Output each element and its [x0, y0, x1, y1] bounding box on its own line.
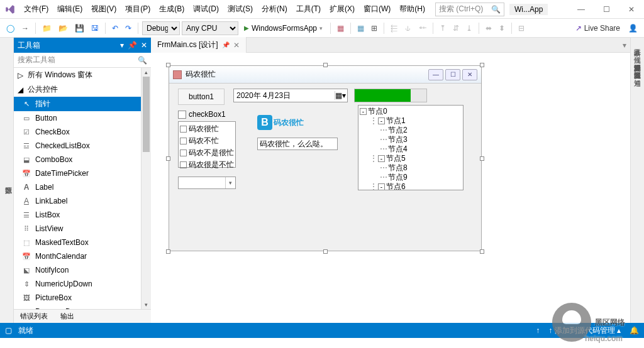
menu-project[interactable]: 项目(P) — [121, 1, 154, 17]
align-left-icon[interactable]: ⬱ — [388, 23, 400, 34]
feedback-icon[interactable]: 👤 — [626, 23, 640, 34]
toolstrip-icon[interactable]: ▦ — [335, 23, 347, 34]
menu-edit[interactable]: 编辑(E) — [53, 1, 86, 17]
treeview-control[interactable]: -节点0 ⋮-节点1 ⋯节点2 ⋯节点3 ⋯节点4 ⋮-节点5 ⋯节点8 ⋯节点… — [358, 105, 464, 190]
button1-control[interactable]: button1 — [178, 89, 225, 105]
tab-order-icon[interactable]: ⊟ — [516, 23, 527, 34]
menu-analyze[interactable]: 分析(N) — [258, 1, 291, 17]
redo-icon[interactable]: ↷ — [123, 23, 134, 34]
menu-file[interactable]: 文件(F) — [20, 1, 52, 17]
progressbar-control[interactable] — [354, 89, 427, 102]
toolbox-search[interactable]: 搜索工具箱 🔍 — [14, 53, 151, 68]
save-icon[interactable]: 💾 — [72, 23, 87, 34]
menu-help[interactable]: 帮助(H) — [396, 1, 429, 17]
close-button[interactable]: ✕ — [619, 0, 644, 19]
toolbox-item-button[interactable]: ▭Button — [14, 111, 151, 125]
menu-debug[interactable]: 调试(D) — [189, 1, 223, 17]
toolbox-item-progressbar[interactable]: ▬ProgressBar — [14, 305, 151, 309]
config-dropdown[interactable]: Debug — [142, 21, 180, 35]
toolbox-item-label[interactable]: ALabel — [14, 180, 151, 194]
toolbox-item-maskedtextbox[interactable]: ⬚MaskedTextBox — [14, 236, 151, 249]
notifications-tab[interactable]: 通知 — [631, 70, 644, 78]
pin-tab-icon[interactable]: 📌 — [222, 41, 230, 48]
align-right-icon[interactable]: ⬴ — [416, 23, 429, 34]
tab-error-list[interactable]: 错误列表 — [14, 310, 54, 323]
chevron-down-icon: ▾ — [225, 177, 235, 188]
menu-window[interactable]: 窗口(W) — [360, 1, 394, 17]
toolbox-cat-common[interactable]: ◢公共控件 — [14, 82, 151, 97]
toolbox-item-checkedlistbox[interactable]: ☲CheckedListBox — [14, 139, 151, 153]
menu-view[interactable]: 视图(V) — [87, 1, 120, 17]
textbox-control[interactable]: 码农很忙，么么哒。 — [257, 138, 338, 150]
toolbox-item-monthcalendar[interactable]: 📅MonthCalendar — [14, 249, 151, 263]
button-icon: ▭ — [21, 113, 31, 123]
solution-explorer-tab[interactable]: 解决方案资源管理器 — [631, 55, 644, 63]
form-icon — [173, 70, 182, 79]
minimize-button[interactable]: — — [569, 0, 594, 19]
monthcalendar-icon: 📅 — [21, 251, 31, 261]
status-publish-icon[interactable]: ↑ — [536, 326, 540, 335]
toolbox-cat-allwinforms[interactable]: ▷所有 Windows 窗体 — [14, 68, 151, 82]
new-project-icon[interactable]: 📁 — [40, 23, 54, 34]
tab-output[interactable]: 输出 — [54, 310, 80, 323]
nav-fwd-icon[interactable]: → — [19, 23, 31, 34]
toolbox-item-listbox[interactable]: ☰ListBox — [14, 208, 151, 222]
hspace-icon[interactable]: ⬌ — [483, 23, 494, 34]
align-bottom-icon[interactable]: ⤓ — [464, 23, 475, 34]
pin-icon[interactable]: 📌 — [128, 41, 137, 50]
maximize-button[interactable]: ☐ — [594, 0, 619, 19]
designed-form[interactable]: 码农很忙 — ☐ ✕ button1 2020年 4月23日▦▾ — [169, 65, 482, 251]
open-icon[interactable]: 📂 — [56, 23, 70, 34]
platform-dropdown[interactable]: Any CPU — [182, 21, 238, 35]
toolbox-item-picturebox[interactable]: 🖼PictureBox — [14, 291, 151, 305]
toolbox-item-pointer[interactable]: ↖指针 — [14, 97, 151, 111]
calendar-dropdown-icon[interactable]: ▦▾ — [335, 91, 345, 100]
start-debug-button[interactable]: ▶ WindowsFormsApp ▾ — [240, 23, 326, 34]
grid-icon[interactable]: ▦ — [355, 23, 367, 34]
toolbox-panel: 工具箱 ▾ 📌 ✕ 搜索工具箱 🔍 ▷所有 Windows 窗体 ◢公共控件 ↖… — [14, 38, 151, 323]
toolbox-item-checkbox[interactable]: ☑CheckBox — [14, 125, 151, 139]
menu-bar: 文件(F) 编辑(E) 视图(V) 项目(P) 生成(B) 调试(D) 测试(S… — [20, 1, 429, 17]
datetimepicker-control[interactable]: 2020年 4月23日▦▾ — [233, 89, 348, 102]
menu-extensions[interactable]: 扩展(X) — [326, 1, 358, 17]
menu-build[interactable]: 生成(B) — [155, 1, 188, 17]
data-sources-tab[interactable]: 数据源 — [0, 38, 14, 323]
toolbox-item-combobox[interactable]: ⬓ComboBox — [14, 153, 151, 166]
quick-search[interactable]: 搜索 (Ctrl+Q) 🔍 — [435, 3, 504, 16]
align-center-icon[interactable]: ⫝ — [402, 23, 414, 34]
toolbox-item-numericupdown[interactable]: ⇕NumericUpDown — [14, 277, 151, 291]
toolbox-item-linklabel[interactable]: ALinkLabel — [14, 194, 151, 208]
undo-icon[interactable]: ↶ — [109, 23, 121, 34]
form-close-icon: ✕ — [462, 69, 477, 80]
panel-options-icon[interactable]: ▾ — [120, 41, 124, 50]
panel-close-icon[interactable]: ✕ — [141, 41, 147, 50]
checkbox-control[interactable]: checkBox1 — [178, 110, 226, 119]
align-top-icon[interactable]: ⤒ — [437, 23, 448, 34]
vspace-icon[interactable]: ⬍ — [496, 23, 508, 34]
toolbox-item-listview[interactable]: ⠿ListView — [14, 222, 151, 236]
close-tab-icon[interactable]: ✕ — [233, 41, 240, 50]
combobox-control[interactable]: ▾ — [178, 177, 236, 189]
properties-tab[interactable]: 属性 — [631, 48, 644, 55]
document-tab[interactable]: FrmMain.cs [设计] 📌 ✕ — [151, 37, 247, 53]
solution-name: Wi...App — [509, 4, 548, 15]
checkedlistbox-control[interactable]: 码农很忙 码农不忙 码农不是很忙 码农很是不忙 — [178, 121, 236, 168]
tabs-overflow-icon[interactable]: ▾ — [619, 41, 630, 50]
label-control[interactable]: B码农很忙 — [257, 115, 304, 130]
form-designer[interactable]: 码农很忙 — ☐ ✕ button1 2020年 4月23日▦▾ — [151, 53, 630, 323]
menu-tools[interactable]: 工具(T) — [292, 1, 325, 17]
save-all-icon[interactable]: 🖫 — [89, 23, 101, 34]
toolbox-item-notifyicon[interactable]: ⬕NotifyIcon — [14, 263, 151, 277]
toolbox-item-datetimepicker[interactable]: 📅DateTimePicker — [14, 166, 151, 180]
toolbox-scrollbar[interactable]: ▴▾ — [141, 68, 151, 309]
menu-test[interactable]: 测试(S) — [224, 1, 257, 17]
align-icon[interactable]: ⊞ — [369, 23, 380, 34]
nav-back-icon[interactable]: ◯ — [4, 23, 17, 34]
notifications-icon[interactable]: 🔔 — [630, 326, 639, 335]
checkbox-icon: ☑ — [21, 127, 31, 137]
align-middle-icon[interactable]: ⇵ — [450, 23, 462, 34]
source-control-button[interactable]: ↑ 添加到源代码管理 ▴ — [548, 325, 621, 336]
team-explorer-tab[interactable]: 团队资源管理器 — [631, 63, 644, 70]
live-share-button[interactable]: ↗ Live Share — [572, 23, 624, 34]
diagnostic-tools-tab[interactable]: 诊断工具 — [631, 40, 644, 48]
